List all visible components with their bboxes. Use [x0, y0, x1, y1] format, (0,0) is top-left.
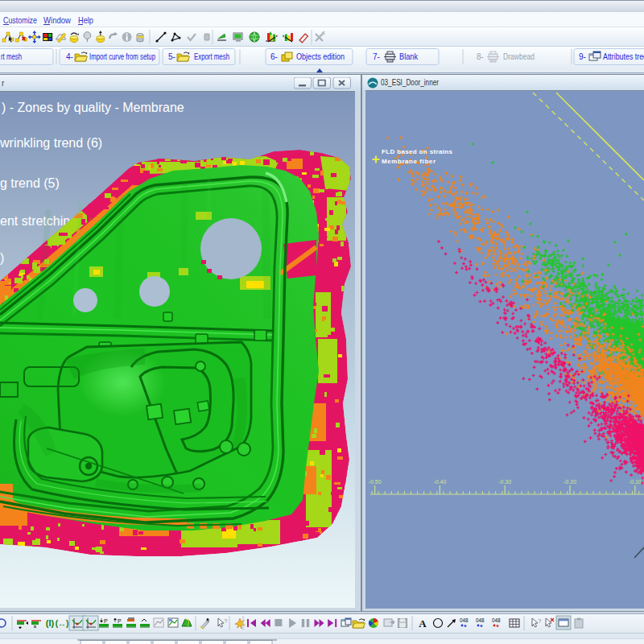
svg-text:-0.50: -0.50	[369, 479, 382, 485]
svg-text:-0.20: -0.20	[564, 479, 576, 485]
svg-text:6-: 6-	[270, 52, 278, 61]
svg-text:9-: 9-	[579, 52, 586, 61]
svg-text:-0.30: -0.30	[498, 479, 511, 485]
svg-text:rt mesh: rt mesh	[1, 52, 22, 61]
svg-text:Blank: Blank	[399, 52, 419, 61]
svg-text:8-: 8-	[477, 52, 484, 61]
svg-text:Customize: Customize	[3, 15, 37, 25]
svg-text:P: P	[104, 618, 108, 624]
svg-text:P: P	[118, 618, 122, 624]
svg-text:Drawbead: Drawbead	[503, 52, 535, 61]
svg-text:Window: Window	[43, 15, 71, 25]
svg-text:-0.10: -0.10	[629, 479, 642, 485]
svg-text:?: ?	[224, 617, 228, 625]
svg-text:7-: 7-	[373, 52, 380, 61]
svg-text:A: A	[419, 617, 427, 630]
svg-text:4-: 4-	[66, 52, 73, 61]
svg-text:Objects edition: Objects edition	[296, 52, 345, 61]
svg-text:(↔): (↔)	[56, 619, 69, 628]
svg-text:03_ESI_Door_inner: 03_ESI_Door_inner	[381, 78, 440, 87]
svg-text:?: ?	[538, 617, 542, 625]
svg-text:5-: 5-	[168, 52, 175, 61]
svg-text:-0.40: -0.40	[433, 479, 446, 485]
svg-text:Help: Help	[78, 15, 93, 25]
svg-text:Import curve from setup: Import curve from setup	[89, 52, 155, 61]
svg-text:Export mesh: Export mesh	[194, 52, 229, 61]
svg-text:048: 048	[492, 617, 501, 623]
svg-text:(I): (I)	[46, 618, 55, 628]
svg-text:048: 048	[460, 617, 469, 623]
svg-text:Membrane fiber: Membrane fiber	[382, 158, 436, 165]
svg-text:FLD based on strains: FLD based on strains	[382, 148, 453, 155]
svg-text:Attributes tree: Attributes tree	[603, 52, 644, 61]
svg-text:048: 048	[476, 617, 485, 623]
